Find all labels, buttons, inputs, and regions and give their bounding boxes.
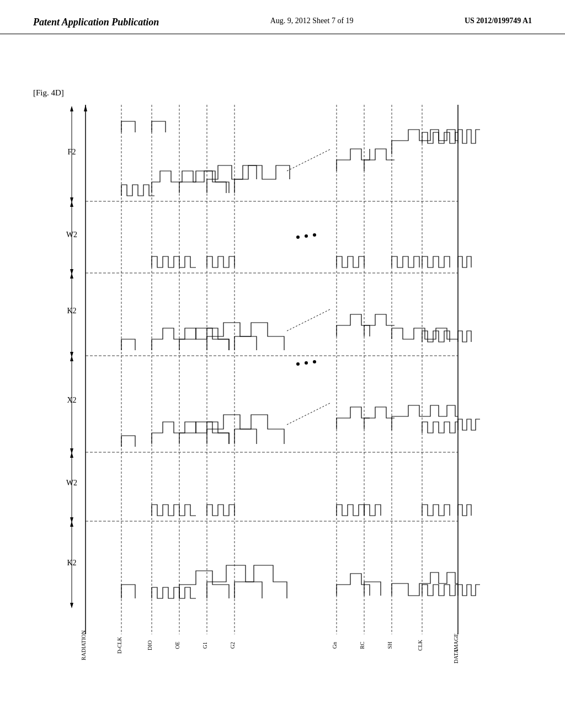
signal-label-imagedata2: DATA [453, 649, 459, 663]
timing-diagram-svg: F2 W2 K2 X2 W2 K2 [55, 99, 530, 689]
svg-marker-26 [70, 356, 73, 361]
signal-label-gn: Gn [332, 642, 338, 649]
timing-diagram: F2 W2 K2 X2 W2 K2 [55, 99, 530, 689]
svg-marker-17 [70, 106, 73, 111]
page-header: Patent Application Publication Aug. 9, 2… [0, 0, 565, 34]
svg-point-39 [305, 361, 308, 365]
svg-marker-32 [70, 521, 73, 527]
signal-label-radiation: RADIATION [81, 630, 87, 660]
figure-label: [Fig. 4D] [33, 88, 64, 98]
signal-label-imagedata: IMAGE [453, 634, 459, 652]
svg-line-35 [287, 149, 331, 171]
svg-line-36 [287, 309, 331, 331]
signal-label-oe: OE [174, 641, 180, 649]
publication-title: Patent Application Publication [33, 17, 159, 28]
signal-label-clk: CLK [417, 639, 423, 651]
svg-point-41 [296, 235, 300, 239]
svg-marker-23 [70, 273, 73, 279]
publication-meta: Aug. 9, 2012 Sheet 7 of 19 [270, 17, 354, 25]
signal-label-dclk: D-CLK [116, 636, 122, 654]
svg-point-40 [313, 360, 316, 363]
svg-point-43 [313, 233, 316, 237]
svg-marker-34 [84, 105, 87, 111]
svg-marker-20 [70, 201, 73, 207]
svg-point-42 [305, 234, 308, 238]
svg-point-38 [296, 362, 300, 366]
publication-number: US 2012/0199749 A1 [465, 17, 532, 25]
signal-label-g2: G2 [230, 642, 236, 649]
signal-label-dio: DIO [147, 640, 153, 650]
svg-marker-33 [70, 603, 73, 608]
svg-line-37 [287, 403, 331, 425]
svg-marker-29 [70, 452, 73, 458]
signal-label-rc: RC [359, 641, 365, 649]
signal-label-g1: G1 [202, 642, 208, 649]
signal-label-sh: SH [387, 642, 393, 649]
